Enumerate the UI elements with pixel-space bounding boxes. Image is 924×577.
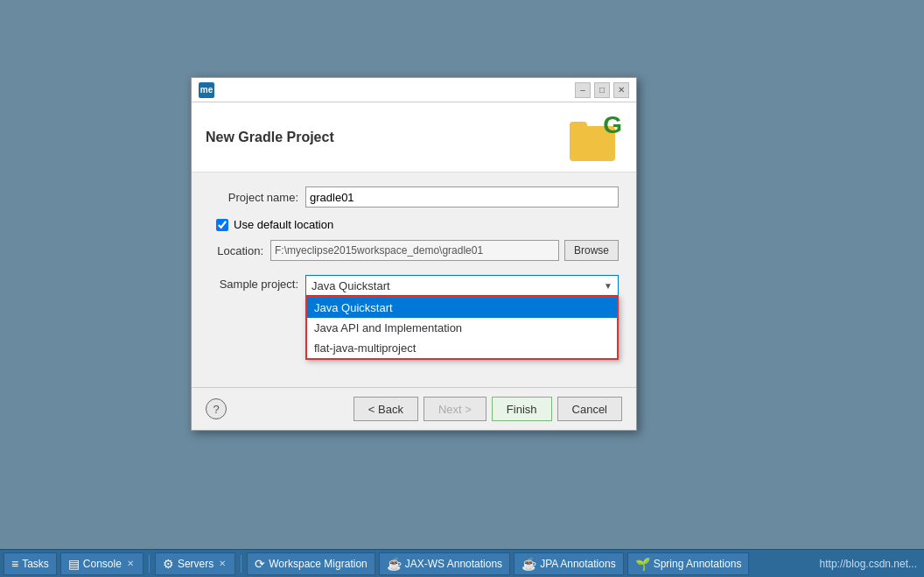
minimize-button[interactable]: – (575, 82, 591, 98)
taskbar-item-tasks[interactable]: ≡ Tasks (4, 552, 57, 575)
taskbar-url-text: http://blog.csdn.net... (820, 558, 917, 570)
dialog-body: Project name: Use default location Locat… (192, 172, 636, 387)
new-gradle-project-dialog: me – □ ✕ New Gradle Project G Project na… (191, 77, 637, 431)
dialog-header: New Gradle Project G (192, 102, 636, 172)
back-button[interactable]: < Back (354, 397, 418, 421)
titlebar-left: me (199, 82, 214, 98)
dropdown-item-java-quickstart[interactable]: Java Quickstart (307, 298, 617, 318)
window-controls: – □ ✕ (575, 82, 629, 98)
browse-button[interactable]: Browse (564, 240, 619, 261)
use-default-location-label: Use default location (234, 218, 333, 231)
dialog-title: New Gradle Project (206, 130, 334, 145)
servers-close-icon[interactable]: ✕ (217, 559, 228, 568)
taskbar-label-spring: Spring Annotations (654, 558, 742, 570)
sample-project-selected-value: Java Quickstart (312, 279, 390, 292)
project-name-label: Project name: (209, 191, 305, 204)
close-button[interactable]: ✕ (613, 82, 629, 98)
use-default-location-checkbox[interactable] (216, 219, 228, 231)
console-close-icon[interactable]: ✕ (125, 559, 136, 568)
console-icon: ▤ (68, 557, 80, 571)
taskbar-item-workspace-migration[interactable]: ⟳ Workspace Migration (247, 552, 375, 575)
dialog-footer: ? < Back Next > Finish Cancel (192, 387, 636, 430)
help-button[interactable]: ? (206, 398, 227, 419)
sample-project-dropdown-container: Java Quickstart ▼ Java Quickstart Java A… (305, 275, 619, 296)
footer-action-buttons: < Back Next > Finish Cancel (354, 397, 622, 421)
taskbar-divider-1 (149, 555, 150, 573)
taskbar-label-console: Console (83, 558, 122, 570)
jpa-icon: ☕ (522, 557, 536, 571)
servers-icon: ⚙ (163, 557, 174, 571)
sample-project-dropdown-list: Java Quickstart Java API and Implementat… (305, 296, 619, 360)
gradle-g-letter: G (603, 113, 622, 137)
sample-project-select[interactable]: Java Quickstart ▼ (305, 275, 619, 296)
maximize-button[interactable]: □ (594, 82, 610, 98)
taskbar-item-jpa[interactable]: ☕ JPA Annotations (514, 552, 624, 575)
taskbar-divider-2 (241, 555, 242, 573)
tasks-icon: ≡ (11, 557, 18, 571)
app-icon: me (199, 82, 214, 98)
taskbar: ≡ Tasks ▤ Console ✕ ⚙ Servers ✕ ⟳ Worksp… (0, 549, 924, 577)
location-input[interactable] (270, 240, 559, 261)
sample-project-row: Sample project: Java Quickstart ▼ Java Q… (209, 275, 619, 296)
taskbar-label-tasks: Tasks (22, 558, 49, 570)
cancel-button[interactable]: Cancel (557, 397, 622, 421)
project-name-input[interactable] (305, 186, 619, 208)
location-label: Location: (209, 244, 270, 257)
spring-icon: 🌱 (635, 557, 650, 571)
dropdown-arrow-icon: ▼ (604, 281, 612, 291)
taskbar-item-jax-ws[interactable]: ☕ JAX-WS Annotations (379, 552, 510, 575)
taskbar-label-jax-ws: JAX-WS Annotations (405, 558, 502, 570)
project-name-row: Project name: (209, 186, 619, 208)
taskbar-item-spring[interactable]: 🌱 Spring Annotations (627, 552, 750, 575)
taskbar-item-servers[interactable]: ⚙ Servers ✕ (155, 552, 235, 575)
sample-project-label: Sample project: (209, 275, 305, 291)
workspace-migration-icon: ⟳ (255, 557, 265, 571)
finish-button[interactable]: Finish (492, 397, 552, 421)
dropdown-item-flat-java[interactable]: flat-java-multiproject (307, 338, 617, 358)
taskbar-right-area: http://blog.csdn.net... (820, 558, 917, 570)
gradle-project-icon: G (570, 113, 622, 161)
dialog-titlebar: me – □ ✕ (192, 78, 636, 102)
footer-left: ? (206, 398, 227, 419)
location-row: Location: Browse (209, 240, 619, 261)
use-default-location-row: Use default location (209, 218, 619, 231)
next-button[interactable]: Next > (424, 397, 486, 421)
jax-ws-icon: ☕ (387, 557, 402, 571)
taskbar-item-console[interactable]: ▤ Console ✕ (60, 552, 144, 575)
dropdown-item-java-api[interactable]: Java API and Implementation (307, 318, 617, 338)
taskbar-label-servers: Servers (178, 558, 214, 570)
taskbar-label-workspace-migration: Workspace Migration (269, 558, 368, 570)
taskbar-label-jpa: JPA Annotations (540, 558, 616, 570)
